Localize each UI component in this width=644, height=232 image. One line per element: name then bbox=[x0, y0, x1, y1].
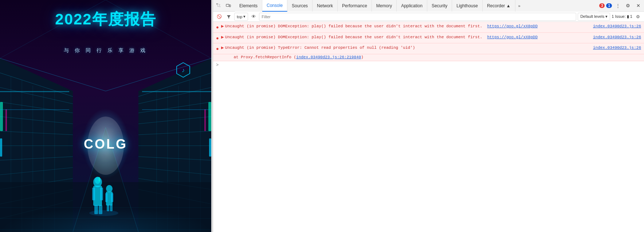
close-devtools-button[interactable]: ✕ bbox=[634, 1, 643, 10]
context-dropdown[interactable]: top ▾ bbox=[234, 13, 248, 21]
error-location-3[interactable]: index.03490d23.js:26 bbox=[593, 45, 641, 51]
svg-rect-65 bbox=[99, 177, 100, 181]
tab-security[interactable]: Security bbox=[427, 0, 452, 12]
svg-rect-49 bbox=[5, 109, 7, 131]
tab-network[interactable]: Network bbox=[313, 0, 338, 12]
error-icon-2: ● bbox=[216, 35, 219, 42]
settings-button[interactable]: ⚙ bbox=[624, 1, 632, 10]
svg-rect-68 bbox=[105, 193, 107, 202]
issues-count[interactable]: 1 Issue: ▮ 1 bbox=[612, 14, 632, 19]
error-expand-1[interactable]: ▶ bbox=[221, 23, 224, 29]
inspect-element-button[interactable] bbox=[215, 1, 223, 10]
svg-rect-61 bbox=[100, 188, 103, 200]
error-icon-3: ● bbox=[216, 45, 219, 52]
error-expand-3[interactable]: ▶ bbox=[221, 45, 224, 50]
svg-rect-48 bbox=[0, 102, 3, 131]
svg-rect-76 bbox=[226, 4, 229, 6]
svg-point-66 bbox=[106, 185, 113, 192]
device-toggle-button[interactable] bbox=[224, 1, 233, 10]
filter-toggle-button[interactable] bbox=[225, 13, 233, 21]
tab-recorder[interactable]: Recorder ▲ bbox=[483, 0, 515, 12]
music-hex-icon[interactable]: ♪ bbox=[175, 62, 191, 78]
svg-text:♪: ♪ bbox=[182, 67, 185, 73]
eye-toggle-button[interactable]: 👁 bbox=[250, 13, 258, 21]
webpage-panel: 2022年度报告 与 你 同 行 乐 享 游 戏 ♪ COLG bbox=[0, 0, 211, 232]
svg-rect-55 bbox=[0, 109, 69, 110]
svg-rect-71 bbox=[110, 205, 113, 211]
stacktrace-text: at Proxy.fetchReportInfo ( bbox=[233, 55, 296, 59]
game-subtitle: 与 你 同 行 乐 享 游 戏 bbox=[0, 47, 211, 54]
error-icon-1: ● bbox=[216, 24, 219, 31]
svg-rect-53 bbox=[209, 138, 211, 157]
prompt-arrow-icon: > bbox=[216, 63, 219, 68]
console-error-1[interactable]: ● ▶ Uncaught (in promise) DOMException: … bbox=[213, 22, 644, 33]
colg-logo: COLG bbox=[84, 137, 127, 152]
svg-rect-77 bbox=[229, 5, 231, 7]
error-location-1[interactable]: index.03490d23.js:26 bbox=[593, 23, 641, 30]
console-error-2[interactable]: ● ▶ Uncaught (in promise) DOMException: … bbox=[213, 33, 644, 44]
console-settings-button[interactable]: ⚙ bbox=[634, 13, 642, 21]
error-message-3: Uncaught (in promise) TypeError: Cannot … bbox=[225, 45, 593, 51]
svg-rect-60 bbox=[92, 188, 95, 200]
error-count-badge[interactable]: 3 bbox=[599, 3, 605, 8]
tab-performance[interactable]: Performance bbox=[338, 0, 372, 12]
console-messages-area: ● ▶ Uncaught (in promise) DOMException: … bbox=[213, 22, 644, 232]
error-expand-2[interactable]: ▶ bbox=[221, 34, 224, 40]
webpage-content: 2022年度报告 与 你 同 行 乐 享 游 戏 ♪ COLG bbox=[0, 0, 211, 232]
svg-rect-52 bbox=[204, 109, 206, 131]
clear-console-button[interactable]: 🚫 bbox=[215, 13, 223, 21]
message-count-badge[interactable]: 1 bbox=[606, 3, 612, 8]
context-label: top bbox=[237, 15, 242, 19]
console-toolbar: 🚫 top ▾ 👁 Default levels ▾ 1 Issue: ▮ 1 … bbox=[213, 12, 644, 22]
issues-label: 1 Issue: ▮ 1 bbox=[612, 14, 632, 19]
svg-point-75 bbox=[216, 3, 217, 4]
svg-point-72 bbox=[89, 210, 118, 216]
tab-application[interactable]: Application bbox=[397, 0, 427, 12]
error-message-2: Uncaught (in promise) DOMException: play… bbox=[225, 34, 593, 40]
more-options-button[interactable]: ⋮ bbox=[613, 1, 622, 10]
console-prompt: > bbox=[213, 61, 644, 69]
console-filter-input[interactable] bbox=[259, 13, 576, 21]
tab-memory[interactable]: Memory bbox=[372, 0, 397, 12]
error-message-1: Uncaught (in promise) DOMException: play… bbox=[225, 23, 593, 30]
svg-rect-51 bbox=[208, 102, 211, 131]
svg-rect-47 bbox=[0, 182, 211, 232]
game-title: 2022年度报告 bbox=[11, 11, 200, 28]
default-levels-label: Default levels ▾ bbox=[580, 14, 608, 19]
devtools-main-toolbar: Elements Console Sources Network Perform… bbox=[213, 0, 644, 12]
error-link-2[interactable]: https://goo.gl/xX8pDD bbox=[487, 35, 538, 39]
toolbar-badges: 3 1 ⋮ ⚙ ✕ bbox=[599, 1, 643, 10]
tab-console[interactable]: Console bbox=[262, 0, 287, 12]
stacktrace-link[interactable]: index.03490d23.js:26:219840 bbox=[296, 55, 361, 59]
tab-sources[interactable]: Sources bbox=[287, 0, 313, 12]
error-link-1[interactable]: https://goo.gl/xX8pDD bbox=[487, 24, 538, 28]
stack-trace-line: at Proxy.fetchReportInfo (index.03490d23… bbox=[213, 54, 644, 61]
tab-elements[interactable]: Elements bbox=[235, 0, 262, 12]
svg-rect-57 bbox=[142, 109, 211, 110]
devtools-panel: Elements Console Sources Network Perform… bbox=[213, 0, 644, 232]
svg-rect-69 bbox=[111, 193, 113, 202]
svg-rect-54 bbox=[0, 91, 69, 92]
tab-more-button[interactable]: » bbox=[515, 0, 523, 12]
error-location-2[interactable]: index.03490d23.js:26 bbox=[593, 34, 641, 40]
context-chevron-icon: ▾ bbox=[243, 14, 246, 19]
default-levels-dropdown[interactable]: Default levels ▾ bbox=[578, 13, 610, 21]
corridor-svg bbox=[0, 0, 211, 232]
tab-lighthouse[interactable]: Lighthouse bbox=[452, 0, 483, 12]
svg-rect-50 bbox=[0, 138, 2, 157]
console-error-3[interactable]: ● ▶ Uncaught (in promise) TypeError: Can… bbox=[213, 43, 644, 54]
svg-rect-56 bbox=[142, 91, 211, 92]
